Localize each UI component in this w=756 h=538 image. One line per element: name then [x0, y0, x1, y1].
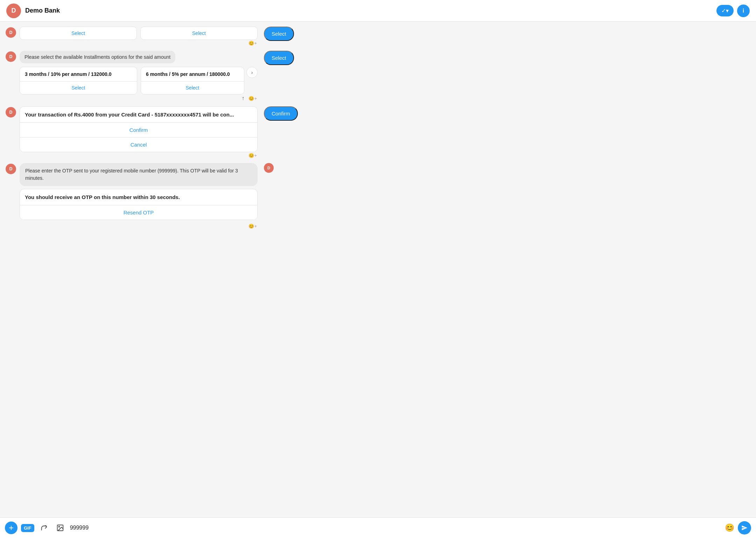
user-avatar-otp: D [264, 163, 274, 173]
bot-avatar: D [6, 27, 16, 38]
send-button[interactable] [738, 521, 751, 535]
select-right-bubble-top[interactable]: Select [264, 27, 294, 41]
chevron-button[interactable]: › [246, 67, 258, 78]
forward-button[interactable] [38, 522, 50, 534]
installment-prompt: Please select the available Installments… [20, 51, 175, 63]
gif-button[interactable]: GIF [21, 524, 34, 532]
header-title: Demo Bank [25, 7, 716, 14]
top-select-row: D Select Select 😊+ Select [6, 27, 750, 46]
otp-note-text: You should receive an OTP on this number… [20, 189, 257, 205]
check-button[interactable]: ✓▾ [716, 5, 734, 16]
otp-note-bubble: You should receive an OTP on this number… [20, 189, 258, 220]
emoji-add-top[interactable]: 😊+ [248, 41, 257, 46]
confirm-row: D Your transaction of Rs.4000 from your … [6, 106, 750, 158]
header-actions: ✓▾ i [716, 5, 750, 17]
info-button[interactable]: i [737, 5, 750, 17]
card-6months-select[interactable]: Select [141, 82, 244, 94]
installment-cards: 3 months / 10% per annum / 132000.0 Sele… [20, 67, 258, 94]
card-3months: 3 months / 10% per annum / 132000.0 Sele… [20, 67, 137, 94]
installment-row: D Please select the available Installmen… [6, 51, 750, 101]
emoji-button[interactable]: 😊 [725, 523, 734, 532]
card-6months: 6 months / 5% per annum / 180000.0 Selec… [141, 67, 244, 94]
bot-avatar-confirm: D [6, 107, 16, 118]
message-input[interactable] [70, 525, 721, 531]
confirm-right-bubble[interactable]: Confirm [264, 106, 298, 121]
select-right-bubble-install[interactable]: Select [264, 51, 294, 65]
bot-avatar-otp: D [6, 164, 16, 174]
bot-avatar-installment: D [6, 51, 16, 62]
card-left-top: Select [20, 27, 137, 40]
header-avatar: D [6, 3, 21, 18]
card-3months-label: 3 months / 10% per annum / 132000.0 [20, 67, 137, 82]
resend-otp-button[interactable]: Resend OTP [20, 205, 257, 220]
card-3months-select[interactable]: Select [20, 82, 137, 94]
otp-message-bubble: Please enter the OTP sent to your regist… [20, 163, 258, 186]
transaction-text: Your transaction of Rs.4000 from your Cr… [20, 107, 257, 122]
confirm-button[interactable]: Confirm [20, 122, 257, 137]
svg-point-1 [58, 526, 59, 527]
card-select-left-top[interactable]: Select [20, 27, 136, 40]
card-right-top: Select [140, 27, 258, 40]
emoji-add-confirm[interactable]: 😊+ [248, 153, 257, 158]
header: D Demo Bank ✓▾ i [0, 0, 756, 22]
card-select-right-top[interactable]: Select [141, 27, 257, 40]
card-6months-label: 6 months / 5% per annum / 180000.0 [141, 67, 244, 82]
emoji-add-install[interactable]: 😊+ [248, 96, 257, 101]
top-cards: Select Select [20, 27, 258, 40]
emoji-row-otp: 😊+ [20, 224, 258, 229]
input-bar: + GIF 😊 [0, 517, 756, 538]
emoji-row-top: 😊+ [20, 41, 258, 46]
share-icon[interactable]: ↑ [241, 95, 244, 101]
chat-area: D Select Select 😊+ Select D Please selec [0, 22, 756, 517]
confirm-bubble: Your transaction of Rs.4000 from your Cr… [20, 106, 258, 152]
cancel-button[interactable]: Cancel [20, 137, 257, 152]
emoji-row-install: ↑ 😊+ [20, 95, 258, 101]
plus-button[interactable]: + [5, 522, 18, 534]
emoji-row-confirm: 😊+ [20, 153, 258, 158]
otp-row: D Please enter the OTP sent to your regi… [6, 163, 750, 229]
image-button[interactable] [54, 522, 66, 534]
emoji-add-otp[interactable]: 😊+ [248, 224, 257, 229]
